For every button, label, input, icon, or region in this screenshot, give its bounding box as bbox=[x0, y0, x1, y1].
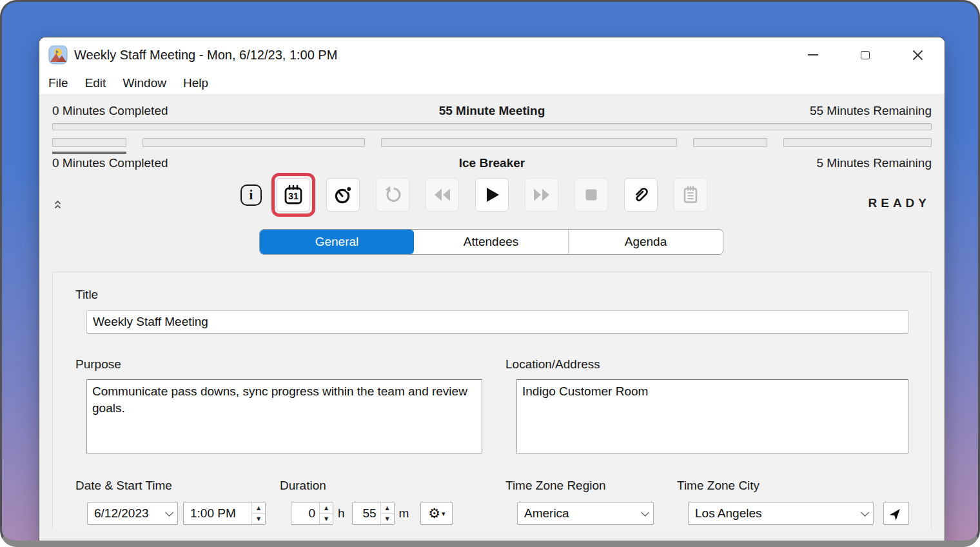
spin-down-icon[interactable]: ▼ bbox=[320, 514, 333, 525]
segment-bar-0 bbox=[52, 138, 126, 154]
spin-up-icon[interactable]: ▲ bbox=[252, 502, 265, 514]
overall-completed-label: 0 Minutes Completed bbox=[52, 104, 311, 118]
location-label: Location/Address bbox=[505, 357, 908, 372]
window-title: Weekly Staff Meeting - Mon, 6/12/23, 1:0… bbox=[74, 48, 337, 63]
duration-group: Duration 0 ▲ ▼ h 55 bbox=[280, 479, 453, 525]
chevrons-up-icon bbox=[54, 200, 62, 210]
time-zone-city-select[interactable]: Los Angeles bbox=[688, 502, 874, 525]
tab-agenda[interactable]: Agenda bbox=[568, 230, 723, 254]
play-icon bbox=[484, 186, 500, 203]
menu-window[interactable]: Window bbox=[114, 76, 175, 90]
general-tab-panel: Title Purpose Communicate pass downs, sy… bbox=[52, 272, 932, 530]
time-zone-region-label: Time Zone Region bbox=[505, 479, 654, 493]
purpose-label: Purpose bbox=[75, 357, 482, 372]
segment-progress bbox=[52, 138, 932, 154]
time-zone-city-value: Los Angeles bbox=[695, 506, 762, 521]
stop-button[interactable] bbox=[574, 178, 608, 212]
tab-bar: General Attendees Agenda bbox=[259, 229, 723, 255]
notepad-icon bbox=[681, 185, 700, 204]
status-badge: READY bbox=[868, 196, 930, 210]
title-bar: Weekly Staff Meeting - Mon, 6/12/23, 1:0… bbox=[39, 37, 945, 72]
duration-label: Duration bbox=[280, 479, 453, 493]
segment-bar-1 bbox=[142, 138, 365, 154]
time-zone-region-value: America bbox=[524, 506, 569, 521]
notes-button[interactable] bbox=[674, 178, 707, 212]
menu-bar: File Edit Window Help bbox=[39, 72, 945, 95]
date-value: 6/12/2023 bbox=[94, 506, 149, 521]
minutes-unit-label: m bbox=[399, 506, 409, 521]
time-zone-city-label: Time Zone City bbox=[677, 479, 909, 493]
menu-file[interactable]: File bbox=[40, 76, 77, 90]
duration-hours-stepper[interactable]: 0 ▲ ▼ bbox=[291, 502, 333, 525]
reset-button[interactable] bbox=[376, 178, 409, 212]
timer-button[interactable] bbox=[326, 178, 360, 212]
menu-edit[interactable]: Edit bbox=[77, 76, 115, 90]
spin-down-icon[interactable]: ▼ bbox=[252, 514, 265, 525]
collapse-panel-button[interactable] bbox=[54, 200, 62, 210]
section-remaining-label: 5 Minutes Remaining bbox=[673, 156, 932, 170]
title-input[interactable] bbox=[86, 310, 908, 333]
spin-up-icon[interactable]: ▲ bbox=[320, 502, 333, 514]
segment-bar-2 bbox=[381, 138, 678, 154]
rewind-icon bbox=[433, 187, 452, 203]
close-button[interactable] bbox=[902, 42, 933, 68]
toolbar: i 31 bbox=[52, 178, 932, 215]
tab-general[interactable]: General bbox=[260, 230, 414, 254]
stop-icon bbox=[583, 187, 599, 203]
timer-icon bbox=[333, 185, 353, 204]
spin-down-icon[interactable]: ▼ bbox=[381, 514, 394, 525]
time-value: 1:00 PM bbox=[184, 502, 251, 524]
maximize-icon bbox=[861, 51, 870, 59]
calendar-button-wrapper: 31 bbox=[277, 178, 310, 212]
overall-progress-labels: 0 Minutes Completed 55 Minute Meeting 55… bbox=[52, 104, 932, 118]
section-title-label: Ice Breaker bbox=[311, 156, 673, 170]
duration-minutes-stepper[interactable]: 55 ▲ ▼ bbox=[352, 502, 395, 525]
calendar-icon: 31 bbox=[283, 184, 304, 205]
close-icon bbox=[912, 50, 923, 61]
paperclip-icon bbox=[631, 185, 651, 204]
minimize-button[interactable] bbox=[798, 42, 828, 68]
app-window: Weekly Staff Meeting - Mon, 6/12/23, 1:0… bbox=[39, 37, 945, 547]
info-icon[interactable]: i bbox=[240, 184, 262, 206]
duration-minutes-value: 55 bbox=[353, 502, 380, 524]
rewind-button[interactable] bbox=[426, 178, 459, 212]
play-button[interactable] bbox=[475, 178, 509, 212]
toolbar-buttons: i 31 bbox=[240, 178, 723, 212]
fast-forward-button[interactable] bbox=[525, 178, 558, 212]
desktop-background: Weekly Staff Meeting - Mon, 6/12/23, 1:0… bbox=[0, 0, 980, 547]
time-spinner: ▲ ▼ bbox=[251, 502, 265, 524]
time-zone-city-group: Time Zone City Los Angeles bbox=[677, 479, 909, 525]
duration-settings-button[interactable]: ⚙ ▾ bbox=[420, 502, 453, 525]
calendar-button[interactable]: 31 bbox=[277, 178, 310, 212]
svg-text:31: 31 bbox=[288, 191, 299, 201]
attachment-button[interactable] bbox=[624, 178, 658, 212]
location-textarea[interactable]: Indigo Customer Room bbox=[516, 379, 908, 453]
section-completed-label: 0 Minutes Completed bbox=[52, 156, 311, 170]
menu-help[interactable]: Help bbox=[175, 76, 217, 90]
reset-icon bbox=[384, 186, 402, 204]
caret-down-icon: ▾ bbox=[442, 510, 446, 517]
gear-icon: ⚙ bbox=[428, 507, 440, 521]
time-zone-region-group: Time Zone Region America bbox=[505, 479, 654, 525]
meeting-title-label: 55 Minute Meeting bbox=[311, 104, 673, 118]
chevron-down-icon bbox=[641, 508, 649, 517]
fast-forward-icon bbox=[532, 187, 551, 203]
overall-remaining-label: 55 Minutes Remaining bbox=[673, 104, 932, 118]
time-picker[interactable]: 1:00 PM ▲ ▼ bbox=[183, 502, 266, 525]
segment-bar-4 bbox=[783, 138, 932, 154]
main-content: 0 Minutes Completed 55 Minute Meeting 55… bbox=[39, 104, 945, 530]
maximize-button[interactable] bbox=[850, 42, 881, 68]
minutes-spinner: ▲ ▼ bbox=[380, 502, 394, 524]
time-zone-region-select[interactable]: America bbox=[517, 502, 654, 525]
spin-up-icon[interactable]: ▲ bbox=[381, 502, 394, 514]
tab-attendees[interactable]: Attendees bbox=[414, 230, 568, 254]
app-icon bbox=[48, 45, 68, 65]
date-start-time-group: Date & Start Time 6/12/2023 1:00 PM ▲ ▼ bbox=[75, 479, 266, 525]
date-start-time-label: Date & Start Time bbox=[75, 479, 266, 493]
window-controls bbox=[776, 42, 933, 68]
detect-location-button[interactable] bbox=[883, 502, 909, 525]
hours-spinner: ▲ ▼ bbox=[319, 502, 333, 524]
purpose-textarea[interactable]: Communicate pass downs, sync progress wi… bbox=[86, 379, 482, 453]
hours-unit-label: h bbox=[338, 506, 345, 521]
date-picker[interactable]: 6/12/2023 bbox=[87, 502, 178, 525]
